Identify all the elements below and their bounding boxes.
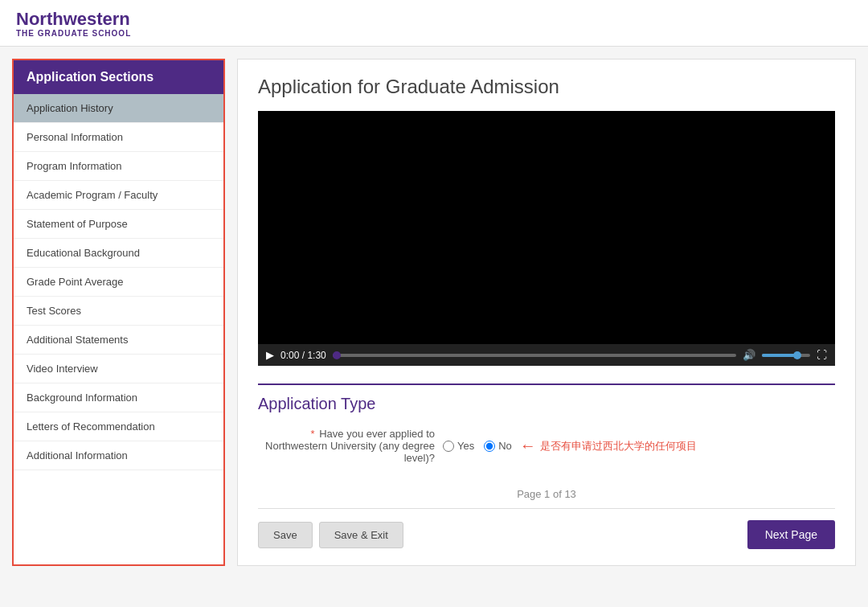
sidebar-items: Application HistoryPersonal InformationP… [14,94,223,470]
fullscreen-button[interactable]: ⛶ [817,349,827,361]
required-indicator: * [311,428,315,440]
logo-main: Northwestern [16,10,131,29]
radio-yes-label: Yes [457,440,474,452]
volume-bar[interactable] [762,354,810,357]
progress-bar[interactable] [333,354,736,357]
video-controls: ▶ 0:00 / 1:30 🔊 ⛶ [258,344,835,366]
next-page-button[interactable]: Next Page [747,520,835,549]
application-type-title: Application Type [258,395,835,413]
radio-group: Yes No [443,440,512,452]
save-button[interactable]: Save [258,522,313,548]
annotation-text: 是否有申请过西北大学的任何项目 [540,439,697,453]
header: Northwestern THE GRADUATE SCHOOL [0,0,868,47]
sidebar-item-academic-program-faculty[interactable]: Academic Program / Faculty [14,181,223,210]
sidebar-item-test-scores[interactable]: Test Scores [14,297,223,326]
logo: Northwestern THE GRADUATE SCHOOL [16,10,131,38]
radio-no[interactable]: No [484,440,512,452]
volume-dot [793,351,801,359]
content-area: Application for Graduate Admission ▶ 0:0… [237,59,856,566]
application-type-section: Application Type * Have you ever applied… [258,383,835,464]
footer-left-buttons: Save Save & Exit [258,522,403,548]
sidebar-item-additional-statements[interactable]: Additional Statements [14,326,223,355]
radio-yes-input[interactable] [443,441,454,452]
applied-question-label: * Have you ever applied to Northwestern … [258,428,435,464]
logo-sub: THE GRADUATE SCHOOL [16,29,131,38]
video-player[interactable] [258,111,835,344]
save-exit-button[interactable]: Save & Exit [319,522,403,548]
applied-question-text: Have you ever applied to Northwestern Un… [265,428,435,464]
radio-yes[interactable]: Yes [443,440,474,452]
sidebar-item-letters-of-recommendation[interactable]: Letters of Recommendation [14,412,223,441]
sidebar-item-video-interview[interactable]: Video Interview [14,355,223,383]
annotation: ← 是否有申请过西北大学的任何项目 [520,437,697,455]
volume-fill [762,354,796,357]
sidebar-item-educational-background[interactable]: Educational Background [14,239,223,268]
sidebar-item-personal-information[interactable]: Personal Information [14,123,223,152]
sidebar-item-grade-point-average[interactable]: Grade Point Average [14,268,223,297]
mute-button[interactable]: 🔊 [743,349,755,361]
total-time: 1:30 [307,350,326,361]
play-button[interactable]: ▶ [266,349,274,361]
sidebar-title: Application Sections [14,60,223,94]
sidebar-item-program-information[interactable]: Program Information [14,152,223,181]
sidebar-item-background-information[interactable]: Background Information [14,383,223,412]
progress-dot [333,351,341,359]
applied-question-row: * Have you ever applied to Northwestern … [258,428,835,464]
sidebar-item-application-history[interactable]: Application History [14,94,223,123]
sidebar-item-additional-information[interactable]: Additional Information [14,441,223,470]
current-time: 0:00 [280,350,299,361]
radio-no-label: No [498,440,512,452]
time-display: 0:00 / 1:30 [280,350,326,361]
sidebar: Application Sections Application History… [12,59,225,566]
radio-no-input[interactable] [484,441,495,452]
page-title: Application for Graduate Admission [258,76,835,98]
red-arrow-icon: ← [520,437,536,455]
footer-buttons: Save Save & Exit Next Page [258,508,835,549]
sidebar-item-statement-of-purpose[interactable]: Statement of Purpose [14,210,223,239]
page-info: Page 1 of 13 [258,488,835,500]
